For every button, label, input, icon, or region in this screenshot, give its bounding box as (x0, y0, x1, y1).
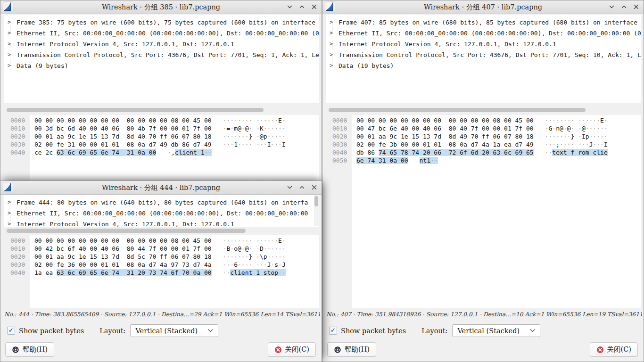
tree-item[interactable]: >Internet Protocol Version 4, Src: 127.0… (326, 39, 641, 49)
expand-chevron-icon[interactable]: > (330, 17, 333, 28)
expand-chevron-icon[interactable]: > (8, 197, 11, 208)
tree-item[interactable]: >Data (19 bytes) (326, 60, 641, 71)
ascii-bytes: ···6···· ···J·s·J (223, 261, 286, 269)
help-button[interactable]: 帮助(H) (327, 342, 376, 357)
tree-item-label: Frame 444: 80 bytes on wire (640 bits), … (17, 199, 308, 206)
packet-bytes-pane[interactable]: 000000 00 00 00 00 00 00 00 00 00 00 00 … (326, 115, 641, 308)
minimize-icon[interactable] (609, 4, 615, 10)
tree-item[interactable]: >Transmission Control Protocol, Src Port… (4, 49, 319, 60)
ascii-bytes: ·G·n@·@· ·@······ (545, 124, 608, 132)
hex-row[interactable]: 001000 42 bc 6f 40 00 40 06 80 44 7f 00 … (4, 245, 319, 253)
minimize-icon[interactable] (287, 184, 293, 190)
expand-chevron-icon[interactable]: > (330, 39, 333, 49)
horizontal-scrollbar[interactable] (7, 108, 264, 112)
layout-select[interactable]: Vertical (Stacked) (130, 324, 218, 337)
maximize-icon[interactable] (621, 4, 627, 10)
horizontal-scrollbar[interactable] (7, 229, 246, 233)
ascii-bytes: ·,client 1·· (167, 148, 212, 156)
hex-offset: 0040 (4, 148, 30, 156)
hex-row[interactable]: 002000 01 aa 9c 1e 15 13 7d 8d 40 70 ff … (4, 132, 319, 140)
show-packet-bytes-checkbox[interactable]: ✓ (7, 327, 15, 335)
titlebar[interactable]: Wireshark · 分组 444 · lib7.pcapng (0, 181, 322, 195)
hex-row[interactable]: 00506e 74 31 0a 00nt1·· (326, 156, 641, 165)
show-packet-bytes-checkbox[interactable]: ✓ (329, 327, 337, 335)
tree-item-label: Frame 385: 75 bytes on wire (600 bits), … (17, 19, 315, 26)
close-dialog-button[interactable]: 关闭(C) (590, 342, 638, 357)
expand-chevron-icon[interactable]: > (330, 49, 333, 60)
layout-select-value: Vertical (Stacked) (135, 327, 198, 335)
expand-chevron-icon[interactable]: > (8, 219, 11, 227)
hex-row[interactable]: 002000 01 aa 9c 1e 15 13 7d 8d 5c 70 ff … (4, 253, 319, 261)
hex-bytes: 1a ea 63 6c 69 65 6e 74 31 20 73 74 6f 7… (34, 269, 212, 277)
expand-chevron-icon[interactable]: > (8, 17, 11, 28)
help-button[interactable]: 帮助(H) (5, 342, 54, 357)
tree-item-label: Ethernet II, Src: 00:00:00_00:00:00 (00:… (339, 30, 641, 37)
tree-item[interactable]: >Internet Protocol Version 4, Src: 127.0… (4, 39, 319, 49)
tree-item[interactable]: >Frame 407: 85 bytes on wire (680 bits),… (326, 17, 641, 28)
ascii-bytes: ···;···· ···J···I (545, 140, 608, 148)
tree-item[interactable]: >Internet Protocol Version 4, Src: 127.0… (4, 219, 319, 227)
tree-item-label: Data (19 bytes) (339, 62, 394, 69)
hex-row[interactable]: 000000 00 00 00 00 00 00 00 00 00 00 00 … (4, 116, 319, 124)
horizontal-scrollbar[interactable] (329, 108, 586, 112)
packet-detail-tree[interactable]: >Frame 407: 85 bytes on wire (680 bits),… (326, 15, 641, 103)
titlebar[interactable]: Wireshark · 分组 407 · lib7.pcapng (322, 0, 644, 14)
tree-item[interactable]: >Ethernet II, Src: 00:00:00_00:00:00 (00… (4, 28, 319, 39)
maximize-icon[interactable] (299, 4, 305, 10)
expand-chevron-icon[interactable]: > (330, 28, 333, 39)
hex-row[interactable]: 003002 00 fe 3b 00 00 01 01 08 0a d7 4a … (326, 140, 641, 148)
expand-chevron-icon[interactable]: > (8, 208, 11, 219)
expand-chevron-icon[interactable]: > (8, 28, 11, 39)
hex-row[interactable]: 003002 00 fe 31 00 00 01 01 08 0a d7 49 … (4, 140, 319, 148)
wireshark-logo-icon (325, 1, 335, 12)
hex-row[interactable]: 002000 01 aa 9c 1e 15 13 7d 8d 49 70 ff … (326, 132, 641, 140)
help-lifering-icon (12, 346, 19, 354)
tree-item[interactable]: >Ethernet II, Src: 00:00:00_00:00:00 (00… (4, 208, 319, 219)
close-window-icon[interactable] (311, 184, 317, 190)
show-packet-bytes-label: Show packet bytes (19, 327, 84, 335)
ascii-bytes: ·······} ·Ip····· (545, 132, 608, 140)
hex-bytes: 00 01 aa 9c 1e 15 13 7d 8d 49 70 ff 06 0… (356, 132, 534, 140)
hex-row[interactable]: 000000 00 00 00 00 00 00 00 00 00 00 00 … (4, 237, 319, 245)
hex-row[interactable]: 001000 3d bc 6d 40 00 40 06 80 4b 7f 00 … (4, 124, 319, 132)
window-title: Wireshark · 分组 444 · lib7.pcapng (0, 183, 322, 192)
hex-row[interactable]: 0040ce 2c 63 6c 69 65 6e 74 31 0a 00·,cl… (4, 148, 319, 156)
close-circle-icon (274, 346, 282, 354)
hex-row[interactable]: 001000 47 bc 6e 40 00 40 06 80 40 7f 00 … (326, 124, 641, 132)
layout-select[interactable]: Vertical (Stacked) (452, 324, 540, 337)
packet-bytes-pane[interactable]: 000000 00 00 00 00 00 00 00 00 00 00 00 … (4, 235, 319, 308)
hex-offset: 0010 (326, 124, 352, 132)
hex-row[interactable]: 003002 00 fe 36 00 00 01 01 08 0a d7 4a … (4, 261, 319, 269)
tree-item[interactable]: >Data (9 bytes) (4, 60, 319, 71)
close-circle-icon (596, 346, 604, 354)
hex-row[interactable]: 000000 00 00 00 00 00 00 00 00 00 00 00 … (326, 116, 641, 124)
hex-row[interactable]: 00401a ea 63 6c 69 65 6e 74 31 20 73 74 … (4, 269, 319, 277)
hex-offset: 0030 (326, 140, 352, 148)
hex-offset: 0010 (4, 245, 30, 253)
expand-chevron-icon[interactable]: > (8, 60, 11, 71)
tree-item[interactable]: >Frame 385: 75 bytes on wire (600 bits),… (4, 17, 319, 28)
packet-detail-tree[interactable]: >Frame 444: 80 bytes on wire (640 bits),… (4, 195, 319, 227)
expand-chevron-icon[interactable]: > (8, 39, 11, 49)
hex-bytes: 00 3d bc 6d 40 00 40 06 80 4b 7f 00 00 0… (34, 124, 212, 132)
tree-item[interactable]: >Transmission Control Protocol, Src Port… (326, 49, 641, 60)
expand-chevron-icon[interactable]: > (8, 49, 11, 60)
tree-item-label: Internet Protocol Version 4, Src: 127.0.… (339, 41, 556, 48)
packet-detail-tree[interactable]: >Frame 385: 75 bytes on wire (600 bits),… (4, 15, 319, 103)
vertical-scrollbar[interactable] (314, 195, 319, 226)
minimize-icon[interactable] (287, 4, 293, 10)
hex-bytes: db 86 74 65 78 74 20 66 72 6f 6d 20 63 6… (356, 148, 534, 156)
close-window-icon[interactable] (311, 4, 317, 10)
close-window-icon[interactable] (633, 4, 639, 10)
packet-summary-status: No.: 407 · Time: 351.984318926 · Source:… (326, 311, 642, 318)
titlebar[interactable]: Wireshark · 分组 385 · lib7.pcapng (0, 0, 322, 14)
hex-bytes: 00 42 bc 6f 40 00 40 06 80 44 7f 00 00 0… (34, 245, 212, 253)
tree-item-label: Transmission Control Protocol, Src Port:… (17, 51, 319, 58)
close-dialog-button[interactable]: 关闭(C) (268, 342, 316, 357)
expand-chevron-icon[interactable]: > (330, 60, 333, 71)
hex-row[interactable]: 0040db 86 74 65 78 74 20 66 72 6f 6d 20 … (326, 148, 641, 156)
tree-item[interactable]: >Ethernet II, Src: 00:00:00_00:00:00 (00… (326, 28, 641, 39)
layout-label: Layout: (421, 327, 447, 335)
tree-item[interactable]: >Frame 444: 80 bytes on wire (640 bits),… (4, 197, 319, 208)
maximize-icon[interactable] (299, 184, 305, 190)
